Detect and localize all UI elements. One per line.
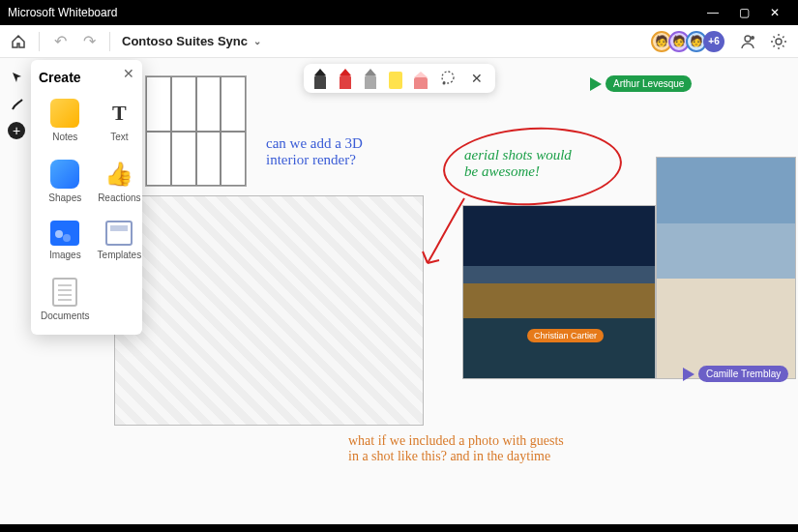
images-icon	[50, 221, 79, 246]
window-bottom-edge	[0, 524, 798, 532]
share-button[interactable]	[734, 28, 761, 55]
cursor-pointer-icon	[590, 77, 602, 91]
canvas-image-floorplan[interactable]	[145, 75, 247, 187]
window-titlebar: Microsoft Whiteboard — ▢ ✕	[0, 0, 798, 25]
presence-avatars[interactable]: 🧑 🧑 🧑 +6	[657, 31, 724, 52]
create-item-label: Reactions	[98, 192, 140, 203]
remote-cursor-christian-label: Christian Cartier	[527, 329, 604, 342]
create-item-label: Notes	[52, 132, 77, 142]
pen-red[interactable]	[337, 66, 354, 89]
board-name-text: Contoso Suites Sync	[122, 34, 248, 48]
window-minimize-button[interactable]: —	[697, 6, 728, 19]
plus-icon: +	[13, 124, 20, 137]
remote-cursor-arthur: Arthur Levesque	[590, 75, 692, 92]
ink-toolbar: ✕	[304, 64, 495, 93]
window-close-button[interactable]: ✕	[759, 6, 790, 19]
create-item-images[interactable]: Images	[39, 215, 92, 266]
board-name-dropdown[interactable]: Contoso Suites Sync ⌄	[122, 34, 261, 48]
svg-point-0	[745, 36, 751, 42]
undo-button[interactable]: ↶	[47, 29, 73, 54]
chevron-down-icon: ⌄	[253, 36, 261, 46]
canvas-image-lineart[interactable]	[114, 195, 424, 426]
svg-point-4	[442, 82, 445, 85]
create-panel-close-button[interactable]: ✕	[123, 66, 134, 81]
lasso-tool[interactable]	[437, 68, 458, 89]
redo-button[interactable]: ↷	[76, 29, 102, 54]
create-item-label: Templates	[98, 250, 142, 260]
create-panel: ✕ Create Notes T Text Shapes 👍 Reactions…	[31, 60, 142, 335]
select-tool-button[interactable]	[8, 68, 27, 87]
reactions-icon: 👍	[104, 160, 133, 189]
create-item-label: Text	[110, 132, 128, 142]
create-item-documents[interactable]: Documents	[39, 272, 92, 327]
ink-arrow-red[interactable]	[416, 193, 474, 271]
templates-icon	[105, 221, 133, 246]
svg-point-1	[751, 36, 754, 40]
pen-black[interactable]	[311, 66, 329, 89]
cursor-name-label: Camille Tremblay	[698, 366, 788, 382]
notes-icon	[50, 99, 79, 128]
cursor-pointer-icon	[683, 368, 695, 381]
create-item-label: Documents	[41, 310, 90, 321]
home-button[interactable]	[6, 29, 31, 54]
create-panel-title: Create	[39, 70, 134, 85]
window-maximize-button[interactable]: ▢	[728, 6, 759, 19]
canvas-image-lobby-photo[interactable]	[656, 157, 796, 379]
create-item-reactions[interactable]: 👍 Reactions	[96, 154, 144, 209]
ink-tool-button[interactable]	[8, 95, 27, 114]
highlighter-tool[interactable]	[387, 66, 404, 89]
shapes-icon	[50, 160, 79, 189]
remote-cursor-camille: Camille Tremblay	[683, 366, 788, 382]
ink-annotation-blue[interactable]: can we add a 3D interior render?	[266, 135, 363, 168]
left-tool-column: +	[8, 68, 27, 139]
avatar-overflow[interactable]: +6	[703, 31, 724, 52]
create-item-text[interactable]: T Text	[96, 93, 144, 148]
create-item-notes[interactable]: Notes	[39, 93, 92, 148]
svg-point-2	[776, 39, 782, 44]
ink-toolbar-close-button[interactable]: ✕	[466, 68, 488, 89]
canvas-image-house-photo[interactable]	[462, 205, 656, 379]
ink-annotation-orange[interactable]: what if we included a photo with guests …	[348, 433, 564, 464]
svg-point-3	[442, 72, 454, 83]
ink-annotation-green[interactable]: aerial shots would be awesome!	[464, 147, 572, 180]
settings-button[interactable]	[765, 28, 792, 55]
text-icon: T	[104, 99, 133, 128]
documents-icon	[52, 278, 77, 307]
pen-gray[interactable]	[362, 66, 379, 89]
cursor-name-label: Arthur Levesque	[606, 75, 692, 92]
add-tool-button[interactable]: +	[8, 122, 25, 139]
app-toolbar: ↶ ↷ Contoso Suites Sync ⌄ 🧑 🧑 🧑 +6	[0, 25, 798, 58]
eraser-tool[interactable]	[412, 66, 429, 89]
create-item-label: Images	[49, 250, 81, 260]
create-item-label: Shapes	[48, 192, 81, 203]
app-title: Microsoft Whiteboard	[8, 6, 117, 19]
create-item-shapes[interactable]: Shapes	[39, 154, 92, 209]
whiteboard-canvas[interactable]: + ✕ Create Notes T Text Shapes 👍 Reactio…	[0, 58, 798, 524]
create-item-templates[interactable]: Templates	[96, 215, 144, 266]
